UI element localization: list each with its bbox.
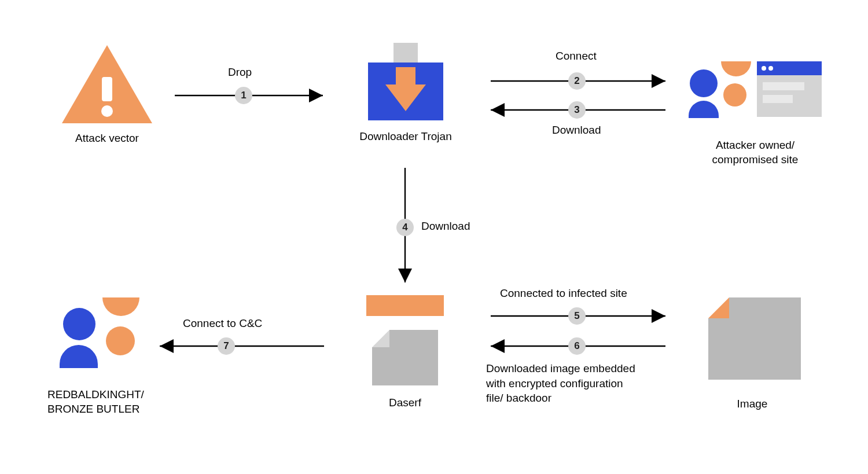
- step-badge-6: 6: [568, 337, 586, 355]
- edge-label-2: Connect: [556, 50, 597, 63]
- step-badge-4: 4: [396, 219, 414, 236]
- edge-label-7: Connect to C&C: [183, 317, 262, 330]
- edge-label-4: Download: [421, 220, 470, 233]
- step-badge-1: 1: [235, 87, 252, 104]
- edge-label-6: Downloaded image embedded with encrypted…: [486, 361, 635, 406]
- step-badge-5: 5: [568, 307, 586, 325]
- step-badge-3: 3: [568, 101, 586, 119]
- arrows-layer: [0, 0, 868, 474]
- edge-label-3: Download: [552, 124, 601, 137]
- edge-label-1: Drop: [228, 66, 252, 79]
- step-badge-2: 2: [568, 72, 586, 90]
- step-badge-7: 7: [218, 337, 235, 355]
- edge-label-5: Connected to infected site: [500, 287, 627, 300]
